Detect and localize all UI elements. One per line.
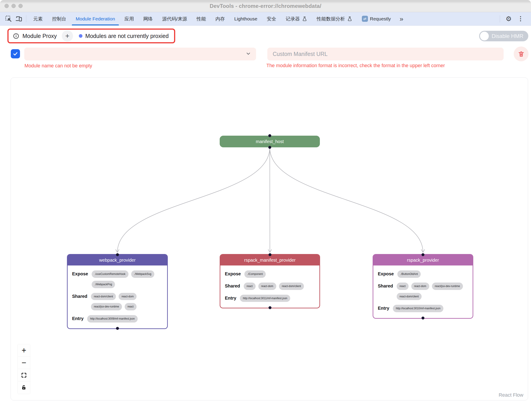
tab-sources[interactable]: 源代码/来源 [157,12,192,25]
kebab-menu-icon[interactable]: ⋮ [515,16,527,22]
source-handle[interactable] [268,306,271,309]
close-button[interactable] [4,4,9,8]
node-title: manifest_host [256,139,284,144]
tab-module-federation[interactable]: Module Federation [71,12,120,25]
tab-application-label: 应用 [124,16,134,22]
shared-tag: react-dom [258,283,276,290]
entry-row: Entryhttp://localhost:3009/mf-manifest.j… [72,315,163,323]
module-proxy-highlight: Module Proxy + Modules are not currently… [7,29,175,43]
node-webpack-provider[interactable]: webpack_providerExpose./useCustomRemoteH… [67,254,168,329]
zoom-out-button[interactable]: − [18,357,30,369]
zoom-in-button[interactable]: + [18,344,30,357]
tab-security[interactable]: 安全 [262,12,281,25]
target-handle[interactable] [116,253,119,256]
expose-tags: ./useCustomRemoteHook./WebpackSvg./Webpa… [92,270,163,288]
node-title: rspack_provider [373,255,473,266]
entry-tag: http://localhost:3009/mf-manifest.json [87,315,138,323]
node-rspack-manifest-provider[interactable]: rspack_manifest_providerExpose./Componen… [220,254,320,308]
react-flow-canvas[interactable]: manifest_hostwebpack_providerExpose./use… [11,77,528,401]
lock-icon [21,385,27,390]
flow-edges [11,78,528,400]
zoom-in-icon: + [22,346,26,354]
shared-tag: react [125,303,137,310]
toolbar-divider [26,15,26,22]
proxy-status-dot [79,34,82,38]
expose-tag: ./WebpackSvg [131,270,154,278]
minimize-button[interactable] [12,4,16,8]
toggle-knob [480,32,489,40]
disable-hmr-toggle[interactable]: Disable HMR [479,31,528,41]
tab-recorder[interactable]: 记录器 [281,12,312,25]
traffic-lights [4,0,23,12]
shared-tag: react [397,283,409,290]
expose-tag: ./ButtonOldAnt [397,270,421,278]
device-toolbar-icon[interactable] [14,12,24,25]
entry-row: Entryhttp://localhost:3011/mf-manifest.j… [225,295,315,302]
tab-elements[interactable]: 元素 [29,12,47,25]
tab-memory[interactable]: 内存 [211,12,229,25]
module-proxy-title: Module Proxy [22,33,57,39]
tab-lighthouse[interactable]: Lighthouse [229,12,262,25]
tab-console[interactable]: 控制台 [47,12,71,25]
node-body: Expose./ComponentSharedreactreact-domrea… [220,266,319,308]
expose-row: Expose./useCustomRemoteHook./WebpackSvg.… [72,270,163,288]
source-handle[interactable] [116,327,119,330]
info-icon[interactable] [13,33,19,39]
expose-tag: ./useCustomRemoteHook [92,270,128,278]
shared-row: Sharedreact-dom/clientreact-domreact/jsx… [72,293,163,311]
entry-tags: http://localhost:3011/mf-manifest.json [240,295,290,302]
node-manifest-host[interactable]: manifest_host [220,136,320,147]
settings-gear-icon[interactable]: ⚙ [503,15,515,22]
module-enabled-checkbox[interactable] [11,49,20,58]
tab-performance-insights[interactable]: 性能数据分析 [312,12,357,25]
react-flow-attribution[interactable]: React Flow [499,392,523,398]
window-title: DevTools - chrome-error://chromewebdata/ [210,3,321,9]
entry-label: Entry [378,305,389,311]
node-rspack-provider[interactable]: rspack_providerExpose./ButtonOldAntShare… [373,254,473,319]
shared-row: Sharedreactreact-domreact-dom/client [225,283,315,290]
tab-network[interactable]: 网络 [138,12,157,25]
shared-label: Shared [72,293,87,299]
source-handle[interactable] [268,146,271,149]
expose-row: Expose./Component [225,270,315,278]
shared-label: Shared [378,283,393,289]
tab-lighthouse-label: Lighthouse [234,16,258,22]
fit-view-button[interactable] [18,369,30,381]
module-name-select[interactable] [24,48,256,60]
target-handle[interactable] [422,253,425,256]
toolbar-right: ⚙ ⋮ [497,12,531,25]
disable-hmr-label: Disable HMR [492,33,523,39]
tab-strip: 元素控制台Module Federation应用网络源代码/来源性能内存Ligh… [29,12,395,25]
flask-icon [302,16,307,22]
lock-button[interactable] [18,381,30,394]
add-proxy-button[interactable]: + [62,30,73,42]
inspect-element-icon[interactable] [3,12,14,25]
custom-manifest-url-input[interactable] [267,48,504,60]
tab-memory-label: 内存 [215,16,225,22]
tab-network-label: 网络 [143,16,153,22]
tab-sources-label: 源代码/来源 [162,16,187,22]
requestly-icon: ⇄ [362,16,368,22]
node-body: Expose./ButtonOldAntSharedreactreact-dom… [373,266,473,318]
tab-application[interactable]: 应用 [120,12,138,25]
tab-requestly[interactable]: ⇄Requestly [357,12,395,25]
more-tabs-button[interactable]: » [395,12,408,25]
devtools-window: DevTools - chrome-error://chromewebdata/… [0,0,531,420]
zoom-out-icon: − [22,359,26,367]
edge-manifest-host-to-rspack-provider [270,147,423,253]
target-handle[interactable] [268,134,271,137]
shared-tag: react [244,283,256,290]
source-handle[interactable] [422,317,425,320]
edge-manifest-host-to-webpack-provider [118,147,270,253]
tab-console-label: 控制台 [52,16,66,22]
entry-row: Entryhttp://localhost:3010/mf-manifest.j… [378,305,468,312]
expose-row: Expose./ButtonOldAnt [378,270,468,278]
entry-tags: http://localhost:3010/mf-manifest.json [393,305,443,312]
entry-label: Entry [225,295,236,301]
shared-tag: react-dom/client [397,293,422,300]
tab-performance[interactable]: 性能 [192,12,211,25]
node-title: webpack_provider [68,255,167,266]
target-handle[interactable] [268,253,271,256]
delete-module-button[interactable] [514,46,529,61]
zoom-button[interactable] [18,4,23,8]
